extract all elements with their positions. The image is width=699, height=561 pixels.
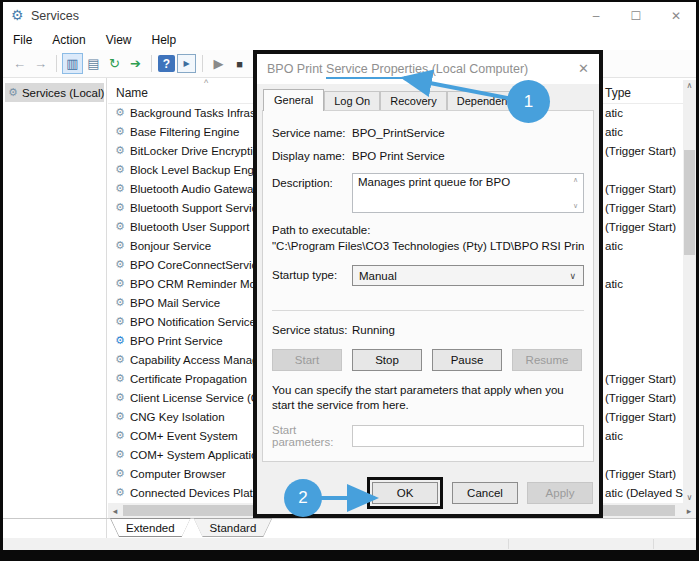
dialog-title: BPO Print Service Properties (Local Comp… [267, 62, 528, 76]
display-name-value: BPO Print Service [352, 150, 584, 162]
dialog-close-icon[interactable]: ✕ [578, 61, 589, 76]
menu-action[interactable]: Action [42, 33, 95, 47]
console-tree-panel: ⚙ Services (Local) [3, 78, 107, 538]
ok-button[interactable]: OK [372, 482, 438, 504]
service-gear-icon: ⚙ [115, 448, 125, 461]
service-startup-type: atic (Delayed Star [605, 487, 683, 499]
service-name: Bonjour Service [130, 240, 254, 252]
menu-file[interactable]: File [3, 33, 42, 47]
service-gear-icon: ⚙ [115, 239, 125, 252]
service-name: Bluetooth User Support Ser [130, 221, 254, 233]
service-name: CNG Key Isolation [130, 411, 254, 423]
scroll-down-icon[interactable]: ∨ [683, 493, 696, 502]
menu-bar: File Action View Help [3, 30, 696, 50]
column-header-name[interactable]: Name [116, 86, 148, 100]
annotation-step-1: 1 [507, 80, 550, 123]
window-controls: – ☐ ✕ [588, 2, 684, 30]
service-gear-icon: ⚙ [115, 144, 125, 157]
vertical-scrollbar[interactable]: ∧ ∨ [683, 80, 696, 503]
service-gear-icon: ⚙ [115, 353, 125, 366]
service-name: BPO CoreConnectService [130, 259, 254, 271]
menu-view[interactable]: View [96, 33, 142, 47]
service-name: COM+ Event System [130, 430, 254, 442]
section-divider [272, 310, 584, 311]
service-gear-icon: ⚙ [115, 182, 125, 195]
sidebar-item-services-local[interactable]: ⚙ Services (Local) [5, 83, 104, 102]
scroll-left-icon[interactable]: ◂ [108, 506, 122, 516]
forward-arrow-icon[interactable]: → [31, 54, 50, 73]
toolbar-separator [151, 55, 152, 72]
service-startup-type: (Trigger Start) [605, 202, 683, 214]
service-name: BitLocker Drive Encryption [130, 145, 254, 157]
service-gear-icon: ⚙ [115, 296, 125, 309]
service-name: Block Level Backup Engine [130, 164, 254, 176]
dialog-tab-general[interactable]: General [263, 89, 324, 111]
column-header-type[interactable]: Type [605, 86, 631, 100]
service-startup-type: atic [605, 430, 683, 442]
service-name: Background Tasks Infrastru [130, 107, 254, 119]
service-name: BPO Print Service [130, 335, 254, 347]
startup-type-dropdown[interactable]: Manual ∨ [352, 265, 584, 286]
display-name-label: Display name: [272, 150, 352, 162]
back-arrow-icon[interactable]: ← [10, 54, 29, 73]
start-service-icon[interactable]: ▶ [209, 54, 228, 73]
start-params-input[interactable] [352, 425, 584, 447]
dialog-title-suffix: (Local Computer) [428, 62, 528, 76]
menu-help[interactable]: Help [142, 33, 187, 47]
scroll-up-icon[interactable]: ∧ [683, 81, 696, 90]
service-gear-icon: ⚙ [115, 429, 125, 442]
properties-icon[interactable]: ▤ [84, 54, 103, 73]
stop-button[interactable]: Stop [352, 349, 422, 371]
service-startup-type: (Trigger Start) [605, 392, 683, 404]
annotation-step-2: 2 [284, 479, 322, 517]
tab-standard[interactable]: Standard [194, 518, 273, 537]
close-icon[interactable]: ✕ [668, 9, 684, 23]
service-gear-icon: ⚙ [115, 163, 125, 176]
service-startup-type: atic [605, 240, 683, 252]
service-startup-type: (Trigger Start) [605, 183, 683, 195]
service-name-label: Service name: [272, 127, 352, 139]
title-bar: ⚙ Services – ☐ ✕ [3, 2, 696, 30]
service-gear-icon: ⚙ [115, 372, 125, 385]
service-gear-icon: ⚙ [115, 258, 125, 271]
service-startup-type: (Trigger Start) [605, 411, 683, 423]
cancel-button[interactable]: Cancel [452, 482, 518, 504]
dialog-tabs: GeneralLog OnRecoveryDependencies [263, 89, 537, 111]
console-tree-icon[interactable]: ▥ [63, 54, 82, 73]
stop-service-icon[interactable]: ■ [230, 54, 249, 73]
scroll-up-icon[interactable]: ∧ [573, 176, 578, 184]
sort-indicator-icon[interactable]: ^ [204, 78, 208, 88]
ok-highlight-box: OK [367, 477, 443, 509]
dialog-tab-recovery[interactable]: Recovery [380, 91, 446, 111]
service-name: COM+ System Application [130, 449, 254, 461]
dialog-tab-log-on[interactable]: Log On [324, 91, 380, 111]
maximize-icon[interactable]: ☐ [628, 9, 644, 23]
toolbar-separator [202, 55, 203, 72]
path-value: "C:\Program Files\CO3 Technologies (Pty)… [272, 240, 584, 252]
action-pane-icon[interactable]: ▶ [177, 54, 196, 73]
tab-extended[interactable]: Extended [110, 518, 191, 537]
vertical-scroll-thumb[interactable] [684, 150, 695, 255]
status-bar [3, 538, 696, 550]
view-tabs: Extended Standard [110, 518, 272, 537]
service-gear-icon: ⚙ [115, 125, 125, 138]
scroll-right-icon[interactable]: ▸ [682, 506, 696, 516]
service-name: Bluetooth Audio Gateway S [130, 183, 254, 195]
pause-button[interactable]: Pause [432, 349, 502, 371]
export-list-icon[interactable]: ➔ [126, 54, 145, 73]
scroll-down-icon[interactable]: ∨ [573, 202, 578, 210]
startup-type-value: Manual [359, 270, 397, 282]
refresh-icon[interactable]: ↻ [105, 54, 124, 73]
description-field[interactable]: Manages print queue for BPO ∧ ∨ [352, 173, 584, 213]
apply-button: Apply [527, 482, 593, 504]
service-name: BPO CRM Reminder Monit [130, 278, 254, 290]
service-startup-type: atic [605, 107, 683, 119]
service-name: Bluetooth Support Service [130, 202, 254, 214]
minimize-icon[interactable]: – [588, 9, 604, 23]
tab-extended-label: Extended [126, 522, 175, 534]
service-control-buttons: StartStopPauseResume [272, 349, 584, 371]
service-status-label: Service status: [272, 324, 352, 336]
service-startup-type: (Trigger Start) [605, 221, 683, 233]
help-icon[interactable]: ? [158, 55, 175, 72]
service-name: Connected Devices Platfor. [130, 487, 254, 499]
